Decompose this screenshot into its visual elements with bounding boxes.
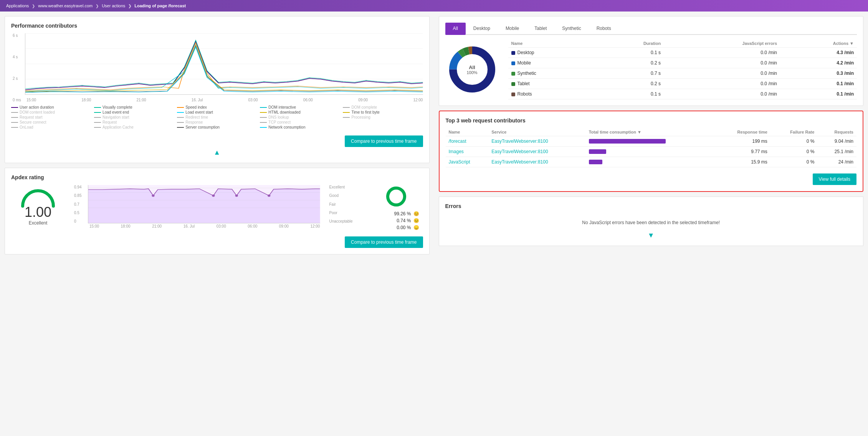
legend-line-network-consumption xyxy=(260,127,267,128)
breakdown-cell-jserrors-1: 0.0 /min xyxy=(664,58,780,68)
donut-chart: All 100% xyxy=(445,43,499,96)
chevron-down-icon[interactable]: ▼ xyxy=(445,231,857,239)
top3-cell-service-1[interactable]: EasyTravelWebserver:8100 xyxy=(488,147,585,157)
legend-label-load-event-end: Load event end xyxy=(103,110,129,114)
y-label-2: 2 s xyxy=(13,76,21,81)
col-header-duration: Duration xyxy=(597,40,664,48)
breakdown-cell-name-3: Tablet xyxy=(508,79,597,89)
chevron-up-icon[interactable]: ▲ xyxy=(11,149,423,157)
apdex-panel: Apdex rating 1.00 Excellent 0.94 0.85 xyxy=(5,168,430,254)
apdex-emoji-0: 😊 xyxy=(413,211,419,216)
top3-cell-bar-2 xyxy=(586,157,714,167)
top3-cell-name-2[interactable]: JavaScript xyxy=(446,157,489,167)
errors-message: No JavaScript errors have been detected … xyxy=(445,214,857,231)
breakdown-cell-name-2: Synthetic xyxy=(508,68,597,79)
legend-line-html-downloaded xyxy=(260,112,267,113)
legend-redirect-time: Redirect time xyxy=(177,115,257,119)
legend-server-consumption: Server consumption xyxy=(177,125,257,129)
top3-link-name-1[interactable]: Images xyxy=(449,149,464,154)
svg-point-14 xyxy=(388,188,405,205)
apdex-compare-btn[interactable]: Compare to previous time frame xyxy=(345,236,423,248)
breakdown-cell-duration-0: 0.1 s xyxy=(597,48,664,58)
compare-btn[interactable]: Compare to previous time frame xyxy=(345,135,423,147)
top3-cell-failure-2: 0 % xyxy=(770,157,817,167)
top3-link-service-0[interactable]: EasyTravelWebserver:8100 xyxy=(491,139,548,144)
legend-label-html-downloaded: HTML downloaded xyxy=(268,110,301,114)
legend-label-server-consumption: Server consumption xyxy=(185,125,220,129)
legend-label-secure-connect: Secure connect xyxy=(20,120,46,124)
top3-title: Top 3 web request contributors xyxy=(446,117,857,124)
breakdown-cell-name-0: Desktop xyxy=(508,48,597,58)
y-label-0: 6 s xyxy=(13,33,21,38)
top3-table: Name Service Total time consumption ▼ Re… xyxy=(446,128,857,167)
legend-line-load-event-end xyxy=(94,112,101,113)
top3-cell-service-0[interactable]: EasyTravelWebserver:8100 xyxy=(488,136,585,147)
top3-link-service-1[interactable]: EasyTravelWebserver:8100 xyxy=(491,149,548,154)
tab-tablet[interactable]: Tablet xyxy=(527,23,554,35)
legend-label-response: Response xyxy=(185,120,203,124)
legend-request: Request xyxy=(94,120,174,124)
donut-center-label: All 100% xyxy=(466,64,477,75)
top3-cell-bar-1 xyxy=(586,147,714,157)
breakdown-cell-duration-2: 0.7 s xyxy=(597,68,664,79)
svg-point-10 xyxy=(212,195,215,197)
apdex-pct-2: 0.00 % 😞 xyxy=(397,225,419,230)
legend-line-navigation-start xyxy=(94,117,101,118)
apdex-x-3: 16. Jul xyxy=(184,224,195,228)
apdex-right-0: Excellent xyxy=(329,185,360,189)
breadcrumb-item-3[interactable]: Loading of page /forecast xyxy=(125,3,186,8)
performance-contributors-panel: Performance contributors 6 s 4 s 2 s 0 m… xyxy=(5,16,430,163)
tab-robots[interactable]: Robots xyxy=(589,23,619,35)
view-full-details-btn[interactable]: View full details xyxy=(813,173,857,185)
top3-cell-name-0[interactable]: /forecast xyxy=(446,136,489,147)
apdex-pct-1: 0.74 % 😐 xyxy=(397,218,419,223)
top3-bar-1 xyxy=(589,149,711,154)
tab-desktop[interactable]: Desktop xyxy=(466,23,498,35)
tab-synthetic[interactable]: Synthetic xyxy=(554,23,589,35)
top3-bar-fill-1 xyxy=(589,149,606,154)
breadcrumb-item-1[interactable]: www.weather.easytravel.com xyxy=(29,3,93,8)
top3-cell-response-2: 15.9 ms xyxy=(714,157,770,167)
top3-col-response: Response time xyxy=(714,128,770,136)
apdex-chart-section: 0.94 0.85 0.7 0.5 0 xyxy=(74,185,320,228)
top3-cell-service-2[interactable]: EasyTravelWebserver:8100 xyxy=(488,157,585,167)
breadcrumb-item-0[interactable]: Applications xyxy=(6,3,29,8)
apdex-percentages: 99.26 % 😊 0.74 % 😐 0.00 % 😞 xyxy=(373,211,419,230)
tab-mobile[interactable]: Mobile xyxy=(498,23,527,35)
top3-link-name-2[interactable]: JavaScript xyxy=(449,159,470,165)
breakdown-cell-duration-3: 0.2 s xyxy=(597,79,664,89)
tab-all[interactable]: All xyxy=(445,23,466,35)
top3-row-1: Images EasyTravelWebserver:8100 9.77 ms … xyxy=(446,147,857,157)
apdex-emoji-2: 😞 xyxy=(413,225,419,230)
breakdown-cell-actions-0: 4.3 /min xyxy=(780,48,857,58)
breakdown-table: Name Duration JavaScript errors Actions … xyxy=(508,40,857,99)
legend-label-dom-content-loaded: DOM content loaded xyxy=(20,110,55,114)
legend-dom-complete: DOM complete xyxy=(343,105,423,109)
breakdown-dot-0 xyxy=(511,51,515,55)
breakdown-cell-actions-1: 4.2 /min xyxy=(780,58,857,68)
top3-cell-name-1[interactable]: Images xyxy=(446,147,489,157)
top3-cell-response-0: 199 ms xyxy=(714,136,770,147)
apdex-gauge: 1.00 Excellent xyxy=(11,185,65,226)
breadcrumb-item-2[interactable]: User actions xyxy=(93,3,125,8)
legend-label-dom-interactive: DOM interactive xyxy=(268,105,296,109)
top3-bar-0 xyxy=(589,139,711,144)
legend-line-tcp-connect xyxy=(260,122,267,123)
breakdown-cell-duration-4: 0.1 s xyxy=(597,89,664,99)
legend-navigation-start: Navigation start xyxy=(94,115,174,119)
legend-label-app-cache: Application Cache xyxy=(103,125,134,129)
legend-label-dns-lookup: DNS lookup xyxy=(268,115,289,119)
top3-cell-requests-2: 24 /min xyxy=(817,157,856,167)
top3-link-name-0[interactable]: /forecast xyxy=(449,139,466,144)
apdex-y-3: 0.5 xyxy=(74,211,81,215)
breakdown-cell-duration-1: 0.2 s xyxy=(597,58,664,68)
top3-link-service-2[interactable]: EasyTravelWebserver:8100 xyxy=(491,159,548,165)
apdex-right-4: Unacceptable xyxy=(329,219,360,223)
legend-line-load-event-start xyxy=(177,112,184,113)
errors-panel: Errors No JavaScript errors have been de… xyxy=(439,197,864,246)
apdex-small-gauge xyxy=(385,185,408,208)
breakdown-panel: All Desktop Mobile Tablet Synthetic Robo… xyxy=(439,16,864,106)
legend-visually-complete: Visually complete xyxy=(94,105,174,109)
legend-user-action: User action duration xyxy=(11,105,91,109)
legend-secure-connect: Secure connect xyxy=(11,120,91,124)
